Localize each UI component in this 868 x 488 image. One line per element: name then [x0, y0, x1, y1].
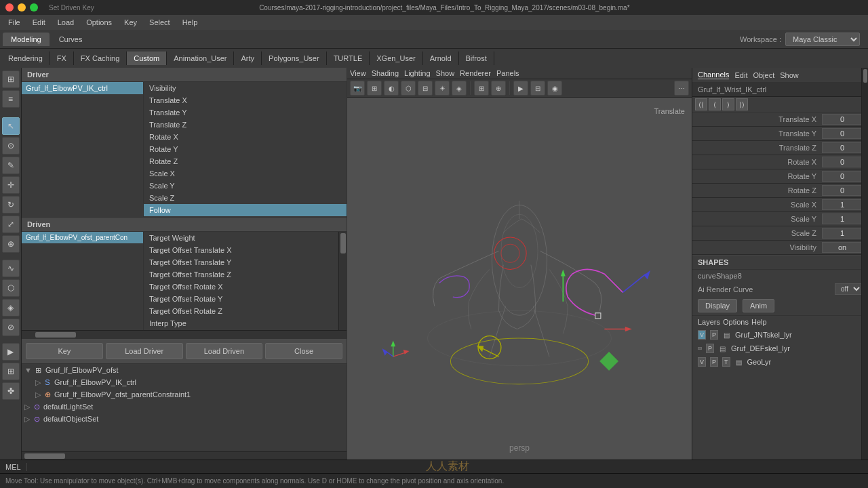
icon-btn-rotate[interactable]: ↻ — [2, 196, 20, 214]
right-panel-scrollbar[interactable] — [861, 68, 868, 460]
render-curve-select[interactable]: off — [835, 283, 863, 295]
close-button[interactable] — [5, 3, 14, 12]
vp-menu-view[interactable]: View — [350, 69, 366, 77]
tab-rendering[interactable]: Rendering — [1, 52, 50, 65]
tab-fx[interactable]: FX — [50, 52, 74, 65]
icon-btn-rig[interactable]: ⊘ — [2, 319, 20, 336]
vp-render-btn[interactable]: ▶ — [513, 81, 528, 96]
channel-value-sy[interactable]: 1 — [822, 214, 863, 224]
attr-follow[interactable]: Follow — [144, 204, 347, 216]
vp-snap-btn[interactable]: ⊕ — [491, 81, 506, 96]
icon-btn-curve[interactable]: ∿ — [2, 260, 20, 277]
show-tab[interactable]: Show — [780, 71, 799, 79]
nav-arrow-prev[interactable]: ⟨ — [709, 98, 721, 110]
tab-custom[interactable]: Custom — [127, 52, 167, 65]
nav-arrow-next[interactable]: ⟩ — [722, 98, 734, 110]
menu-options[interactable]: Options — [81, 17, 117, 28]
nav-arrow-next-next[interactable]: ⟩⟩ — [736, 98, 748, 110]
driven-attr-tof-z[interactable]: Target Offset Translate Z — [144, 268, 347, 281]
vp-menu-show[interactable]: Show — [436, 69, 455, 77]
outliner-item-3[interactable]: ▷ ⊙ defaultLightSet — [22, 401, 347, 413]
vp-mode-btn[interactable]: ⊞ — [367, 81, 382, 96]
layer-p-0[interactable]: P — [710, 330, 718, 340]
vp-menu-renderer[interactable]: Renderer — [460, 69, 491, 77]
edit-tab[interactable]: Edit — [734, 71, 747, 79]
icon-btn-snap[interactable]: ✤ — [2, 382, 20, 400]
icon-btn-lasso[interactable]: ⊙ — [2, 137, 20, 155]
tab-arnold[interactable]: Arnold — [423, 52, 459, 65]
icon-btn-paint[interactable]: ✎ — [2, 157, 20, 174]
tab-bifrost[interactable]: Bifrost — [459, 52, 494, 65]
icon-btn-deform[interactable]: ◈ — [2, 299, 20, 317]
channel-value-ry[interactable]: 0 — [822, 171, 863, 182]
icon-btn-select[interactable]: ↖ — [2, 117, 20, 135]
driven-attr-scrollbar[interactable] — [338, 232, 347, 330]
channel-value-vis[interactable]: on — [822, 242, 863, 253]
channel-value-rz[interactable]: 0 — [822, 185, 863, 196]
workspace-select[interactable]: Maya Classic — [785, 33, 860, 46]
channel-value-sx[interactable]: 1 — [822, 199, 863, 210]
channel-value-tx[interactable]: 0 — [822, 114, 863, 125]
outliner-h-scroll[interactable] — [22, 451, 347, 460]
menu-file[interactable]: File — [3, 17, 26, 28]
channels-tab[interactable]: Channels — [698, 70, 729, 79]
tab-modeling[interactable]: Modeling — [3, 33, 50, 46]
driven-attr-tor-y[interactable]: Target Offset Rotate Y — [144, 293, 347, 305]
menu-key[interactable]: Key — [119, 17, 142, 28]
vp-light-btn[interactable]: ☀ — [435, 81, 450, 96]
vp-tex-btn[interactable]: ⊟ — [418, 81, 433, 96]
attr-visibility[interactable]: Visibility — [144, 82, 347, 94]
tab-curves[interactable]: Curves — [51, 33, 91, 46]
attr-rotate-y[interactable]: Rotate Y — [144, 143, 347, 155]
driven-object-item[interactable]: Gruf_lf_ElbowPV_ofst_parentCon — [22, 232, 143, 243]
channel-value-ty[interactable]: 0 — [822, 128, 863, 139]
viewport-canvas[interactable]: persp — [347, 98, 692, 460]
help-tab[interactable]: Help — [751, 318, 767, 326]
tab-arty[interactable]: Arty — [234, 52, 262, 65]
display-button[interactable]: Display — [698, 299, 737, 312]
load-driver-button[interactable]: Load Driver — [106, 343, 183, 359]
driven-attr-tof-y[interactable]: Target Offset Translate Y — [144, 256, 347, 268]
driven-attr-rot-decomp-1[interactable]: Rotation Decomposition Ta... — [144, 329, 347, 330]
driven-attr-tor-z[interactable]: Target Offset Rotate Z — [144, 305, 347, 317]
layer-p-2[interactable]: P — [710, 357, 718, 367]
vp-isolate-btn[interactable]: ◉ — [547, 81, 562, 96]
channel-value-rx[interactable]: 0 — [822, 157, 863, 167]
outliner-item-0[interactable]: ▼ ⊞ Gruf_lf_ElbowPV_ofst — [22, 364, 347, 376]
vp-extra-btn[interactable]: ⋯ — [674, 81, 689, 96]
vp-menu-panels[interactable]: Panels — [496, 69, 519, 77]
nav-arrow-prev-prev[interactable]: ⟨⟨ — [695, 98, 707, 110]
channel-value-sz[interactable]: 1 — [822, 228, 863, 239]
outliner-item-2[interactable]: ▷ ⊕ Gruf_lf_ElbowPV_ofst_parentConstrain… — [33, 388, 347, 401]
layer-item-1[interactable]: P ▤ Gruf_DEFskel_lyr — [692, 342, 868, 355]
key-button[interactable]: Key — [26, 343, 103, 359]
attr-scale-y[interactable]: Scale Y — [144, 180, 347, 192]
attr-translate-z[interactable]: Translate Z — [144, 119, 347, 131]
layer-item-2[interactable]: V P T ▤ GeoLyr — [692, 355, 868, 369]
icon-btn-move[interactable]: ✛ — [2, 176, 20, 194]
icon-btn-grid[interactable]: ⊞ — [2, 363, 20, 380]
minimize-button[interactable] — [18, 3, 26, 12]
maximize-button[interactable] — [30, 3, 38, 12]
layers-tab[interactable]: Layers — [698, 318, 720, 326]
menu-help[interactable]: Help — [177, 17, 203, 28]
icon-btn-mesh[interactable]: ⬡ — [2, 279, 20, 297]
icon-btn-scale[interactable]: ⤢ — [2, 216, 20, 233]
layer-vis-2[interactable]: V — [698, 357, 706, 367]
vp-menu-shading[interactable]: Shading — [372, 69, 399, 77]
layer-vis-1[interactable] — [698, 347, 702, 350]
driven-h-scroll[interactable] — [22, 330, 347, 338]
object-tab[interactable]: Object — [753, 71, 774, 79]
icon-btn-render[interactable]: ▶ — [2, 343, 20, 361]
menu-load[interactable]: Load — [52, 17, 79, 28]
attr-rotate-z[interactable]: Rotate Z — [144, 155, 347, 167]
layer-t-2[interactable]: T — [722, 357, 730, 367]
attr-scale-z[interactable]: Scale Z — [144, 192, 347, 204]
vp-hud-btn[interactable]: ⊟ — [530, 81, 545, 96]
outliner-item-4[interactable]: ▷ ⊙ defaultObjectSet — [22, 413, 347, 425]
attr-translate-x[interactable]: Translate X — [144, 94, 347, 106]
close-button-sdk[interactable]: Close — [265, 343, 342, 359]
driven-attr-tor-x[interactable]: Target Offset Rotate X — [144, 281, 347, 293]
tab-xgen-user[interactable]: XGen_User — [370, 52, 422, 65]
vp-wire-btn[interactable]: ⬡ — [401, 81, 416, 96]
